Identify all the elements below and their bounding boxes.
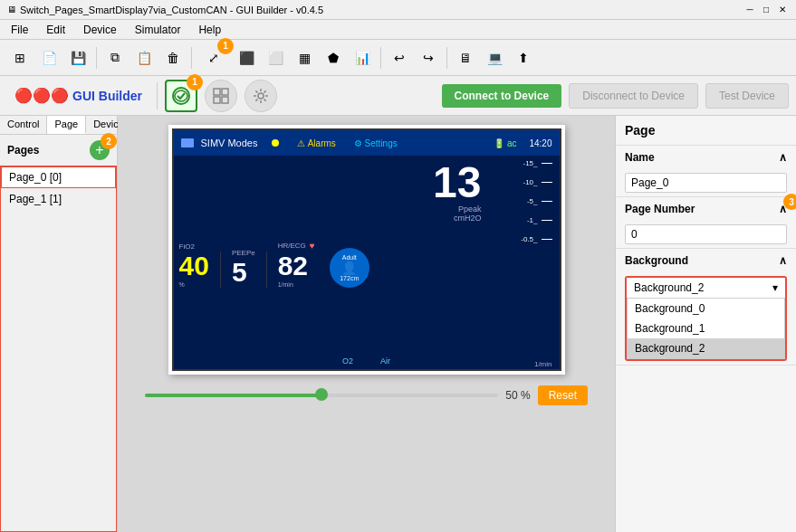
tb-redo-button[interactable]: ↪ [416, 45, 441, 71]
background-section: Background ∧ Background_2 ▾ Background_0… [616, 249, 796, 366]
fio2-value: 40 [179, 251, 209, 281]
tb-copy-button[interactable]: ⧉ [102, 45, 128, 71]
bg-opt-0[interactable]: Background_0 [628, 299, 784, 318]
slider-thumb[interactable] [315, 388, 328, 401]
page-number-input[interactable] [625, 224, 787, 244]
maximize-button[interactable]: □ [760, 4, 772, 16]
name-section: Name ∧ [616, 146, 796, 197]
peep-value: 5 [232, 257, 255, 288]
tb-align-top-button[interactable]: ⬜ [263, 45, 288, 71]
tb-save-button[interactable]: 💾 [65, 45, 91, 71]
tb-align-left-button[interactable]: ⬛ [234, 45, 259, 71]
background-label: Background [625, 254, 688, 267]
tb-align-v-button[interactable]: ⬟ [321, 45, 346, 71]
bottom-labels: O2 Air [342, 356, 390, 366]
center-area: SIMV Modes ⚠ Alarms ⚙ Settings 🔋 ac 14:2… [118, 116, 615, 532]
tab-page[interactable]: Page [47, 116, 86, 134]
background-section-header[interactable]: Background ∧ [616, 249, 796, 272]
name-collapse-icon: ∧ [779, 151, 787, 164]
tb-chart-button[interactable]: 📊 [350, 45, 375, 71]
background-dropdown[interactable]: Background_2 ▾ Background_0 Background_1… [625, 276, 787, 361]
page-list: Page_0 [0] Page_1 [1] [0, 166, 117, 532]
tool-grid-button[interactable] [205, 80, 237, 112]
tb-upload-button[interactable]: ⬆ [511, 45, 536, 71]
big-number-value: 13 [433, 161, 481, 204]
name-section-header[interactable]: Name ∧ [616, 146, 796, 169]
fio2-unit: % [179, 281, 209, 288]
hr-label-row: HR/ECG ♥ [278, 241, 315, 251]
metric-divider2 [266, 252, 267, 288]
background-dropdown-selected[interactable]: Background_2 ▾ [627, 278, 785, 298]
scale-tick-15 [542, 163, 552, 164]
scale-05: -0.5_ [521, 235, 551, 243]
device-screen: SIMV Modes ⚠ Alarms ⚙ Settings 🔋 ac 14:2… [172, 128, 561, 371]
tool-active-container: 1 [165, 80, 197, 112]
slider-track[interactable] [145, 394, 498, 397]
bg-opt-1[interactable]: Background_1 [628, 318, 784, 338]
tb-new-button[interactable]: 📄 [36, 45, 62, 71]
hr-value: 82 [278, 251, 315, 281]
menu-file[interactable]: File [4, 22, 35, 38]
disconnect-button[interactable]: Disconnect to Device [569, 83, 698, 109]
reset-button[interactable]: Reset [538, 385, 588, 405]
page-number-label: Page Number [625, 203, 695, 215]
page-number-section-header[interactable]: Page Number ∧ 3 [616, 197, 796, 221]
badge3-container: ∧ 3 [779, 203, 787, 215]
tb-paste-button[interactable]: 📋 [131, 45, 157, 71]
menu-bar: File Edit Device Simulator Help [0, 20, 796, 40]
svg-rect-2 [222, 89, 228, 95]
right-panel: Page Name ∧ Page Number ∧ 3 [615, 116, 796, 532]
tb-screen1-button[interactable]: 🖥 [453, 45, 478, 71]
minimize-button[interactable]: ─ [743, 4, 756, 16]
metric-divider1 [220, 252, 221, 288]
tb-delete-button[interactable]: 🗑 [160, 45, 186, 71]
svg-point-5 [258, 93, 264, 99]
badge-3: 3 [783, 194, 796, 210]
tb-align-center-button[interactable]: ▦ [292, 45, 317, 71]
tb-grid-button[interactable]: ⊞ [7, 45, 33, 71]
connect-button[interactable]: Connect to Device [442, 84, 562, 108]
toolbar2-right: Connect to Device Disconnect to Device T… [442, 83, 789, 109]
name-input[interactable] [625, 173, 787, 193]
window-controls: ─ □ ✕ [743, 4, 789, 16]
bg-opt-2[interactable]: Background_2 [628, 338, 784, 358]
background-field: Background_2 ▾ Background_0 Background_1… [616, 272, 796, 365]
title-bar: 🖥 Switch_Pages_SmartDisplay7via_CustomCA… [0, 0, 796, 20]
svg-rect-3 [214, 97, 220, 103]
tb-screen2-button[interactable]: 💻 [482, 45, 507, 71]
page-item-0[interactable]: Page_0 [0] [1, 166, 116, 188]
adult-label1: Adult [342, 254, 357, 261]
right-panel-title: Page [616, 116, 796, 146]
big-number-area: 13 Ppeak cmH2O [179, 161, 482, 223]
name-field [616, 169, 796, 196]
hr-label: HR/ECG [278, 242, 306, 250]
peep-label: PEEPe [232, 249, 255, 257]
tab-control[interactable]: Control [0, 116, 47, 134]
scale-5: -5_ [527, 197, 552, 205]
tb-undo-button[interactable]: ↩ [387, 45, 412, 71]
badge-1: 1 [217, 38, 234, 54]
screen-left: 13 Ppeak cmH2O FiO2 40 % [174, 156, 487, 371]
logo-mark: 🔴🔴🔴 [14, 87, 69, 104]
toolbar1: ⊞ 📄 💾 ⧉ 📋 🗑 ⤢ 1 ⬛ ⬜ ▦ ⬟ 📊 ↩ ↪ 🖥 💻 ⬆ [0, 40, 796, 76]
tool-settings-button[interactable] [245, 80, 277, 112]
menu-simulator[interactable]: Simulator [128, 22, 188, 38]
menu-edit[interactable]: Edit [39, 22, 72, 38]
background-collapse-icon: ∧ [779, 254, 787, 267]
test-button[interactable]: Test Device [705, 83, 789, 109]
menu-device[interactable]: Device [76, 22, 124, 38]
screen-body: 13 Ppeak cmH2O FiO2 40 % [174, 156, 560, 371]
svg-rect-1 [214, 89, 220, 95]
menu-help[interactable]: Help [191, 22, 228, 38]
close-button[interactable]: ✕ [776, 4, 789, 16]
screen-header: SIMV Modes ⚠ Alarms ⚙ Settings 🔋 ac 14:2… [174, 130, 560, 156]
fio2-label: FiO2 [179, 242, 209, 251]
heart-icon: ♥ [310, 241, 315, 251]
logo-text: GUI Builder [72, 89, 142, 103]
scale-num-5: -5_ [527, 197, 538, 205]
big-number-container: 13 Ppeak cmH2O [433, 161, 481, 223]
scale-1: -1_ [527, 216, 552, 224]
window-title: Switch_Pages_SmartDisplay7via_CustomCAN … [20, 5, 323, 15]
page-item-1[interactable]: Page_1 [1] [1, 188, 116, 210]
scale-num-1: -1_ [527, 216, 538, 224]
